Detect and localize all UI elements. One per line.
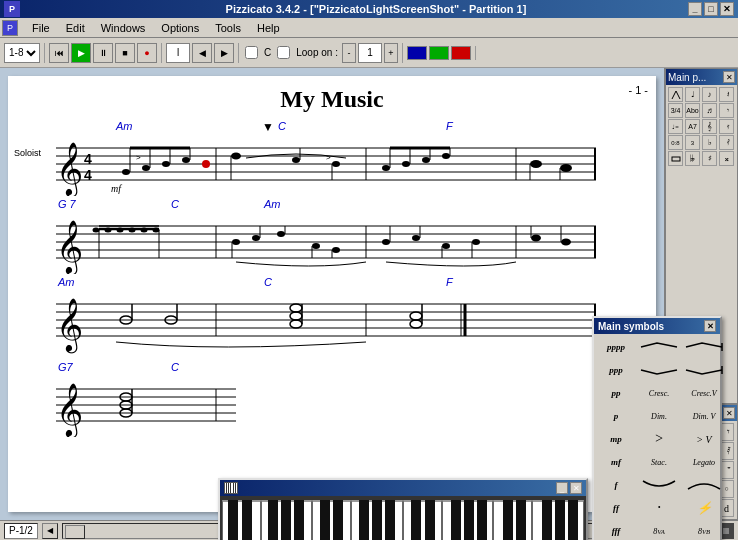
sym-legato[interactable]: Legato [682,451,726,473]
sym-cresc1v[interactable] [682,336,726,358]
black-key[interactable] [555,500,565,540]
main-panel-close[interactable]: ✕ [723,71,735,83]
loop-value[interactable] [358,43,382,63]
loop-checkbox[interactable] [277,46,290,59]
play-button[interactable]: ▶ [71,43,91,63]
menu-options[interactable]: Options [155,20,205,36]
black-key[interactable] [281,500,291,540]
mp-btn12[interactable]: 𝄿 [719,119,734,134]
piano-titlebar[interactable]: _ ✕ [220,480,586,496]
mp-btn13[interactable]: 0:8 [668,135,683,150]
mp-btn16[interactable]: 𝅀 [719,135,734,150]
prev-button[interactable]: ◀ [192,43,212,63]
piano-panel[interactable]: _ ✕ [218,478,588,540]
sym-dim-text[interactable]: Dim. [637,405,681,427]
app-menu-icon[interactable]: P [2,20,18,36]
sym-slur1[interactable] [637,474,681,496]
mp-btn17[interactable] [668,151,683,166]
sym-dot[interactable]: · [637,497,681,519]
menu-help[interactable]: Help [251,20,286,36]
sym-cresc-textv[interactable]: Cresc.V [682,382,726,404]
mp-btn3[interactable]: ♪ [702,87,717,102]
mp-btn10[interactable]: A7 [685,119,700,134]
sym-accent[interactable]: > [637,428,681,450]
sym-dim-textv[interactable]: Dim. V [682,405,726,427]
sym-stac[interactable]: Stac. [637,451,681,473]
checkbox1[interactable] [245,46,258,59]
symbols-panel[interactable]: Main symbols ✕ pppp ppp pp Cresc. Cresc.… [592,316,722,540]
scroll-left[interactable]: ◀ [42,523,58,539]
piano-keyboard[interactable] [220,496,586,540]
black-key[interactable] [477,500,487,540]
mp-btn4[interactable]: 𝄽 [719,87,734,102]
black-key[interactable] [268,500,278,540]
menu-file[interactable]: File [26,20,56,36]
sym-8vb[interactable]: 8VB [682,520,726,540]
mp-btn7[interactable]: ♬ [702,103,717,118]
scroll-thumb[interactable] [65,525,85,539]
score-area[interactable]: - 1 - My Music Am ▼ C F Soloist [0,68,664,520]
record-button[interactable]: ● [137,43,157,63]
piano-minimize[interactable]: _ [556,482,568,494]
rewind-button[interactable]: ⏮ [49,43,69,63]
sym-mf[interactable]: mf [596,451,636,473]
mp-btn1[interactable] [668,87,683,102]
mp-btn2[interactable]: ♩ [685,87,700,102]
sym-lightning[interactable]: ⚡ [682,497,726,519]
close-button[interactable]: ✕ [720,2,734,16]
loop-decrease[interactable]: - [342,43,356,63]
mp-btn14[interactable]: 3 [685,135,700,150]
black-key[interactable] [503,500,513,540]
mp-btn5[interactable]: 3/4 [668,103,683,118]
sym-mp[interactable]: mp [596,428,636,450]
next-button[interactable]: ▶ [214,43,234,63]
mp-btn15[interactable]: ♭ [702,135,717,150]
menu-edit[interactable]: Edit [60,20,91,36]
black-key[interactable] [464,500,474,540]
menu-tools[interactable]: Tools [209,20,247,36]
loop-increase[interactable]: + [384,43,398,63]
mp-btn11[interactable]: 𝄞 [702,119,717,134]
black-key[interactable] [242,500,252,540]
black-key[interactable] [451,500,461,540]
sym-dim1v[interactable] [682,359,726,381]
sym-ff[interactable]: ff [596,497,636,519]
mp-btn20[interactable]: 𝄪 [719,151,734,166]
black-key[interactable] [568,500,578,540]
pause-button[interactable]: ⏸ [93,43,113,63]
piano-close[interactable]: ✕ [570,482,582,494]
black-key[interactable] [228,500,238,540]
sym-f[interactable]: f [596,474,636,496]
black-key[interactable] [516,500,526,540]
black-key[interactable] [385,500,395,540]
black-key[interactable] [425,500,435,540]
symbols-close[interactable]: ✕ [704,320,716,332]
zoom-select[interactable]: 1-8 [4,43,40,63]
sym-accent-v[interactable]: > V [682,428,726,450]
sym-fff[interactable]: fff [596,520,636,540]
stop-button[interactable]: ■ [115,43,135,63]
black-key[interactable] [333,500,343,540]
mp-btn8[interactable]: 𝄾 [719,103,734,118]
sym-pppp[interactable]: pppp [596,336,636,358]
sym-dim1[interactable] [637,359,681,381]
symbols-titlebar[interactable]: Main symbols ✕ [594,318,720,334]
sym-cresc1[interactable] [637,336,681,358]
mp-btn18[interactable]: 𝄫 [685,151,700,166]
color-blue[interactable] [407,46,427,60]
black-key[interactable] [320,500,330,540]
sym-ppp[interactable]: ppp [596,359,636,381]
mp-btn19[interactable]: ♯ [702,151,717,166]
black-key[interactable] [359,500,369,540]
color-green[interactable] [429,46,449,60]
minimize-button[interactable]: _ [688,2,702,16]
black-key[interactable] [372,500,382,540]
tempo-input[interactable] [166,43,190,63]
black-key[interactable] [542,500,552,540]
mp-btn6[interactable]: Abo [685,103,700,118]
sym-slur2[interactable] [682,474,726,496]
main-panel-titlebar[interactable]: Main p... ✕ [666,69,737,85]
color-red[interactable] [451,46,471,60]
black-key[interactable] [411,500,421,540]
sym-pp[interactable]: pp [596,382,636,404]
